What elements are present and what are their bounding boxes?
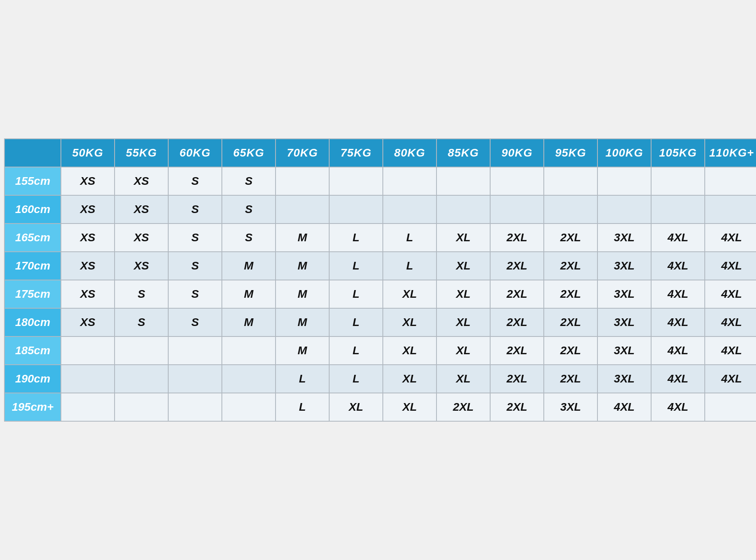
size-cell-2-0: XS	[61, 224, 115, 252]
size-cell-4-4: M	[276, 280, 329, 308]
size-cell-5-3: M	[222, 308, 276, 336]
size-cell-0-5	[329, 167, 383, 195]
size-cell-6-9: 2XL	[544, 336, 597, 365]
table-row: 195cm+LXLXL2XL2XL3XL4XL4XL	[4, 393, 756, 421]
size-cell-6-6: XL	[383, 336, 436, 365]
size-cell-1-9	[544, 195, 597, 224]
table-row: 155cmXSXSSS	[4, 167, 756, 195]
table-row: 180cmXSSSMMLXLXL2XL2XL3XL4XL4XL	[4, 308, 756, 336]
size-cell-3-7: XL	[436, 252, 490, 280]
weight-header-9: 95KG	[544, 139, 597, 167]
size-cell-8-8: 2XL	[490, 393, 544, 421]
size-cell-1-1: XS	[115, 195, 168, 224]
size-cell-5-1: S	[115, 308, 168, 336]
size-cell-0-3: S	[222, 167, 276, 195]
size-cell-7-1	[115, 365, 168, 393]
height-cell-7: 190cm	[4, 365, 61, 393]
size-cell-8-0	[61, 393, 115, 421]
weight-header-0: 50KG	[61, 139, 115, 167]
size-cell-0-0: XS	[61, 167, 115, 195]
size-cell-3-1: XS	[115, 252, 168, 280]
height-cell-4: 175cm	[4, 280, 61, 308]
size-cell-6-2	[168, 336, 222, 365]
size-cell-5-12: 4XL	[705, 308, 756, 336]
size-cell-1-2: S	[168, 195, 222, 224]
height-cell-0: 155cm	[4, 167, 61, 195]
size-cell-2-3: S	[222, 224, 276, 252]
size-cell-8-7: 2XL	[436, 393, 490, 421]
size-cell-8-4: L	[276, 393, 329, 421]
size-cell-2-6: L	[383, 224, 436, 252]
size-cell-5-2: S	[168, 308, 222, 336]
size-cell-2-9: 2XL	[544, 224, 597, 252]
size-cell-1-8	[490, 195, 544, 224]
height-cell-3: 170cm	[4, 252, 61, 280]
size-cell-4-6: XL	[383, 280, 436, 308]
size-cell-3-5: L	[329, 252, 383, 280]
size-cell-0-10	[597, 167, 651, 195]
size-cell-1-3: S	[222, 195, 276, 224]
size-cell-2-11: 4XL	[651, 224, 705, 252]
size-cell-0-7	[436, 167, 490, 195]
size-cell-4-10: 3XL	[597, 280, 651, 308]
size-cell-3-6: L	[383, 252, 436, 280]
size-cell-6-1	[115, 336, 168, 365]
size-cell-8-11: 4XL	[651, 393, 705, 421]
size-cell-1-5	[329, 195, 383, 224]
size-cell-0-12	[705, 167, 756, 195]
size-cell-3-12: 4XL	[705, 252, 756, 280]
size-cell-1-12	[705, 195, 756, 224]
table-row: 175cmXSSSMMLXLXL2XL2XL3XL4XL4XL	[4, 280, 756, 308]
size-cell-7-10: 3XL	[597, 365, 651, 393]
size-cell-0-8	[490, 167, 544, 195]
size-cell-4-1: S	[115, 280, 168, 308]
size-cell-7-7: XL	[436, 365, 490, 393]
size-cell-4-8: 2XL	[490, 280, 544, 308]
size-cell-8-5: XL	[329, 393, 383, 421]
weight-header-4: 70KG	[276, 139, 329, 167]
size-cell-6-4: M	[276, 336, 329, 365]
size-cell-3-4: M	[276, 252, 329, 280]
size-cell-7-3	[222, 365, 276, 393]
size-cell-7-5: L	[329, 365, 383, 393]
size-cell-1-0: XS	[61, 195, 115, 224]
size-cell-2-4: M	[276, 224, 329, 252]
size-cell-6-7: XL	[436, 336, 490, 365]
size-cell-8-6: XL	[383, 393, 436, 421]
size-cell-0-9	[544, 167, 597, 195]
size-cell-6-0	[61, 336, 115, 365]
size-cell-7-4: L	[276, 365, 329, 393]
size-cell-5-6: XL	[383, 308, 436, 336]
size-cell-6-11: 4XL	[651, 336, 705, 365]
size-cell-8-3	[222, 393, 276, 421]
size-cell-4-2: S	[168, 280, 222, 308]
size-cell-3-10: 3XL	[597, 252, 651, 280]
size-cell-8-9: 3XL	[544, 393, 597, 421]
size-cell-2-5: L	[329, 224, 383, 252]
size-cell-3-3: M	[222, 252, 276, 280]
size-chart-table: 50KG55KG60KG65KG70KG75KG80KG85KG90KG95KG…	[4, 138, 756, 422]
header-row: 50KG55KG60KG65KG70KG75KG80KG85KG90KG95KG…	[4, 139, 756, 167]
weight-header-7: 85KG	[436, 139, 490, 167]
size-cell-5-0: XS	[61, 308, 115, 336]
size-cell-7-2	[168, 365, 222, 393]
size-cell-7-9: 2XL	[544, 365, 597, 393]
size-cell-7-12: 4XL	[705, 365, 756, 393]
size-cell-6-12: 4XL	[705, 336, 756, 365]
size-cell-4-9: 2XL	[544, 280, 597, 308]
size-cell-3-0: XS	[61, 252, 115, 280]
weight-header-5: 75KG	[329, 139, 383, 167]
size-cell-8-2	[168, 393, 222, 421]
weight-header-10: 100KG	[597, 139, 651, 167]
size-cell-0-1: XS	[115, 167, 168, 195]
size-chart-wrapper: 50KG55KG60KG65KG70KG75KG80KG85KG90KG95KG…	[0, 134, 756, 426]
table-row: 165cmXSXSSSMLLXL2XL2XL3XL4XL4XL	[4, 224, 756, 252]
size-cell-2-12: 4XL	[705, 224, 756, 252]
size-cell-5-4: M	[276, 308, 329, 336]
size-cell-6-10: 3XL	[597, 336, 651, 365]
size-cell-3-11: 4XL	[651, 252, 705, 280]
size-cell-5-10: 3XL	[597, 308, 651, 336]
weight-header-2: 60KG	[168, 139, 222, 167]
table-row: 170cmXSXSSMMLLXL2XL2XL3XL4XL4XL	[4, 252, 756, 280]
size-cell-1-4	[276, 195, 329, 224]
